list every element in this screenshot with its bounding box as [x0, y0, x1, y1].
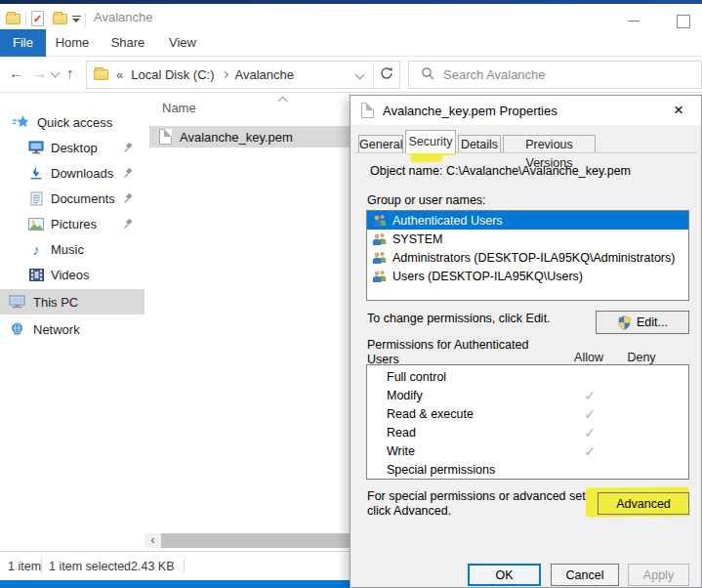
breadcrumb-drive[interactable]: Local Disk (C:): [131, 67, 214, 82]
properties-quick-icon[interactable]: ✓: [31, 11, 44, 26]
sidebar-item-network[interactable]: Network: [0, 316, 145, 342]
title-bar: ✓ Avalanche: [0, 4, 702, 29]
edit-button-label: Edit...: [637, 315, 668, 329]
search-input[interactable]: [443, 67, 668, 82]
allow-checkmark: ✓: [568, 387, 611, 405]
deny-column-header: Deny: [620, 351, 663, 364]
ribbon-tab-view[interactable]: View: [160, 29, 205, 57]
file-name: Avalanche_key.pem: [180, 130, 293, 145]
selection-size: 2.43 KB: [131, 560, 174, 573]
file-icon: [159, 129, 172, 145]
customize-toolbar-chevron-icon[interactable]: [72, 16, 81, 23]
ribbon-tab-file[interactable]: File: [0, 29, 46, 57]
file-list: Name Avalanche_key.pem ‹: [145, 93, 351, 551]
sidebar-item-downloads[interactable]: Downloads: [0, 160, 145, 186]
videos-icon: [27, 267, 45, 282]
tab-previous-versions[interactable]: Previous Versions: [503, 135, 596, 153]
list-item-users[interactable]: Users (DESKTOP-ILA95KQ\Users): [367, 267, 688, 285]
allow-checkmark: ✓: [568, 424, 611, 442]
cancel-button[interactable]: Cancel: [551, 564, 619, 586]
location-folder-icon: [94, 69, 108, 80]
refresh-icon[interactable]: [374, 66, 399, 83]
list-item-system[interactable]: SYSTEM: [367, 230, 688, 248]
breadcrumb-overflow[interactable]: «: [116, 67, 123, 82]
breadcrumb-folder[interactable]: Avalanche: [234, 67, 293, 82]
window-title: Avalanche: [94, 10, 152, 24]
sidebar-item-label: Music: [51, 242, 84, 257]
group-name: Users (DESKTOP-ILA95KQ\Users): [392, 270, 583, 283]
user-group-icon: [372, 251, 388, 264]
sort-ascending-icon: [278, 97, 288, 106]
dialog-title-bar: Avalanche_key.pem Properties ×: [351, 96, 701, 125]
downloads-icon: [27, 165, 45, 181]
item-count: 1 item: [8, 560, 41, 573]
group-name: Administrators (DESKTOP-ILA95KQ\Administ…: [392, 251, 675, 265]
allow-checkmark: ✓: [568, 405, 611, 424]
sidebar-item-pictures[interactable]: Pictures: [0, 211, 145, 236]
sidebar-item-label: Downloads: [51, 166, 113, 181]
recent-locations-chevron-icon[interactable]: [51, 68, 61, 78]
back-icon[interactable]: ←: [9, 64, 23, 81]
music-note-icon: ♪: [27, 241, 45, 257]
documents-icon: [27, 190, 45, 206]
scroll-left-icon[interactable]: ‹: [145, 533, 161, 548]
sidebar: Quick access Desktop Downloads Documents: [0, 93, 145, 551]
divider: [41, 558, 42, 573]
sidebar-item-desktop[interactable]: Desktop: [0, 135, 145, 160]
permission-label: Modify: [387, 387, 423, 405]
user-group-icon: [372, 214, 388, 227]
sidebar-item-label: Network: [33, 322, 80, 337]
pin-icon: [123, 142, 134, 156]
up-icon[interactable]: ↑: [66, 64, 74, 81]
sidebar-item-music[interactable]: ♪ Music: [0, 236, 145, 262]
network-icon: [8, 321, 25, 337]
tab-general[interactable]: General: [358, 135, 403, 153]
file-row-selected[interactable]: Avalanche_key.pem: [149, 126, 351, 147]
ok-button[interactable]: OK: [468, 564, 541, 586]
quick-access-star-icon: [12, 114, 29, 130]
sidebar-item-label: This PC: [33, 295, 78, 310]
divider: [85, 13, 86, 26]
advanced-button[interactable]: Advanced: [598, 492, 689, 515]
tab-details[interactable]: Details: [458, 135, 501, 153]
object-name-label: Object name:: [370, 164, 442, 178]
group-name: SYSTEM: [392, 232, 442, 246]
column-header-name[interactable]: Name: [162, 101, 196, 115]
address-bar[interactable]: « Local Disk (C:) Avalanche: [86, 61, 400, 89]
forward-icon[interactable]: →: [32, 64, 47, 81]
divider: [184, 558, 185, 573]
group-name: Authenticated Users: [392, 214, 503, 228]
permission-row: Read ✓: [367, 424, 688, 442]
sidebar-item-label: Videos: [51, 268, 90, 282]
this-pc-icon: [8, 294, 25, 310]
new-folder-quick-icon[interactable]: [53, 14, 67, 24]
address-dropdown-chevron-icon[interactable]: [355, 70, 365, 80]
app-folder-icon: [6, 14, 21, 24]
ribbon-tab-share[interactable]: Share: [103, 29, 152, 57]
horizontal-scrollbar[interactable]: ‹: [145, 533, 351, 548]
sidebar-item-this-pc[interactable]: This PC: [0, 289, 145, 315]
tab-security[interactable]: Security: [405, 130, 456, 153]
group-user-listbox: Authenticated Users SYSTEM Administrator…: [366, 210, 689, 301]
list-item-administrators[interactable]: Administrators (DESKTOP-ILA95KQ\Administ…: [367, 248, 688, 267]
ribbon-tab-home[interactable]: Home: [49, 29, 96, 57]
list-item-authenticated-users[interactable]: Authenticated Users: [367, 211, 688, 230]
permission-label: Read: [387, 424, 416, 442]
sidebar-item-label: Desktop: [51, 141, 98, 155]
edit-button[interactable]: Edit...: [596, 311, 689, 334]
allow-column-header: Allow: [567, 351, 610, 364]
search-box[interactable]: [408, 61, 702, 89]
user-group-icon: [372, 232, 388, 245]
sidebar-item-documents[interactable]: Documents: [0, 186, 145, 211]
scrollbar-thumb[interactable]: [161, 533, 351, 548]
edit-hint: To change permissions, click Edit.: [367, 312, 551, 326]
close-icon[interactable]: ×: [666, 98, 691, 123]
apply-button[interactable]: Apply: [628, 564, 689, 586]
pin-icon: [123, 192, 134, 207]
pin-icon: [123, 167, 134, 182]
sidebar-item-videos[interactable]: Videos: [0, 262, 145, 287]
properties-dialog: Avalanche_key.pem Properties × General S…: [350, 95, 702, 588]
group-names-label: Group or user names:: [367, 193, 486, 207]
sidebar-item-quick-access[interactable]: Quick access: [0, 109, 145, 135]
permission-label: Full control: [387, 368, 446, 387]
